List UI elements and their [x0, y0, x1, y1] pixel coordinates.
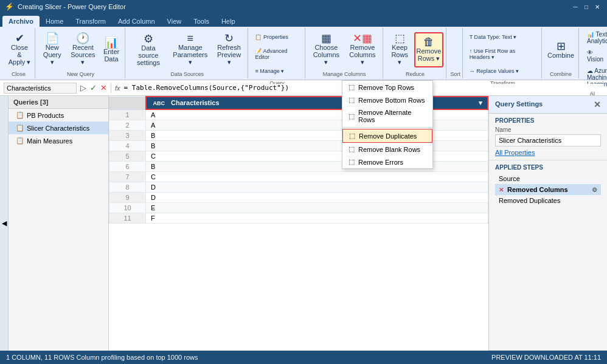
- panel-toggle-icon: ◀: [2, 219, 7, 227]
- tab-tools[interactable]: Tools: [187, 16, 215, 27]
- row-value-2[interactable]: A: [146, 120, 488, 131]
- row-value-6[interactable]: B: [146, 162, 488, 172]
- row-value-3[interactable]: B: [146, 131, 488, 141]
- removed-columns-gear-icon[interactable]: ⚙: [592, 187, 597, 193]
- remove-alternate-rows-item[interactable]: ⬚ Remove Alternate Rows: [342, 106, 432, 126]
- text-analytics-button[interactable]: 📊 Text Analytics: [583, 29, 607, 46]
- tab-archivo[interactable]: Archivo: [2, 16, 40, 27]
- removed-columns-delete-icon[interactable]: ✕: [499, 187, 504, 193]
- manage-button[interactable]: ≡ Manage ▾: [252, 63, 287, 79]
- use-first-row-button[interactable]: ↑ Use First Row as Headers ▾: [467, 46, 539, 62]
- remove-blank-rows-label: Remove Blank Rows: [358, 146, 420, 153]
- data-sources-group-label: Data Sources: [129, 70, 245, 77]
- close-apply-button[interactable]: ✔ Close &Apply ▾: [5, 32, 34, 67]
- vision-button[interactable]: 👁 Vision: [583, 47, 607, 64]
- queries-panel-toggle[interactable]: ◀: [0, 96, 9, 351]
- all-properties-link[interactable]: All Properties: [495, 149, 601, 156]
- main-measures-label: Main Measures: [27, 137, 72, 145]
- slicer-char-icon: 📋: [16, 124, 24, 132]
- remove-columns-icon: ✕▦: [353, 33, 372, 44]
- query-item-pb-products[interactable]: 📋 PB Products: [9, 109, 108, 122]
- query-name-label: Name: [495, 126, 601, 133]
- remove-top-rows-item[interactable]: ⬚ Remove Top Rows: [342, 81, 432, 94]
- remove-blank-rows-icon: ⬚: [349, 145, 355, 153]
- enter-data-button[interactable]: 📊 EnterData: [100, 32, 122, 67]
- remove-top-rows-label: Remove Top Rows: [358, 84, 414, 91]
- refresh-preview-icon: ↻: [224, 33, 234, 44]
- row-value-10[interactable]: E: [146, 203, 488, 213]
- formula-name-box[interactable]: Characteristics: [4, 83, 77, 94]
- remove-bottom-rows-label: Remove Bottom Rows: [358, 97, 425, 104]
- query-item-slicer-characteristics[interactable]: 📋 Slicer Characteristics: [9, 122, 108, 134]
- settings-title: Query Settings: [495, 100, 543, 108]
- remove-blank-rows-item[interactable]: ⬚ Remove Blank Rows: [342, 143, 432, 156]
- step-removed-duplicates[interactable]: Removed Duplicates: [495, 195, 601, 206]
- step-removed-columns[interactable]: ✕ Removed Columns ⚙: [495, 184, 601, 195]
- tab-view[interactable]: View: [161, 16, 188, 27]
- refresh-preview-label: RefreshPreview ▾: [216, 44, 243, 66]
- replace-values-button[interactable]: ↔ Replace Values ▾: [467, 63, 522, 79]
- formula-expand-icon[interactable]: ▷: [80, 83, 86, 92]
- tab-add-column[interactable]: Add Column: [112, 16, 161, 27]
- refresh-preview-button[interactable]: ↻ RefreshPreview ▾: [213, 32, 246, 67]
- row-value-7[interactable]: C: [146, 172, 488, 182]
- formula-ok-icon[interactable]: ✓: [90, 83, 97, 92]
- remove-duplicates-label: Remove Duplicates: [359, 132, 417, 140]
- advanced-editor-button[interactable]: 📝 Advanced Editor: [252, 46, 302, 62]
- maximize-button[interactable]: □: [581, 2, 591, 12]
- recent-sources-label: RecentSources ▾: [70, 44, 96, 66]
- tab-home[interactable]: Home: [40, 16, 69, 27]
- table-row: 7 C: [109, 172, 488, 182]
- remove-bottom-rows-item[interactable]: ⬚ Remove Bottom Rows: [342, 94, 432, 106]
- keep-rows-label: KeepRows ▾: [390, 44, 410, 66]
- row-value-8[interactable]: D: [146, 182, 488, 193]
- combine-group-label: Combine: [546, 70, 576, 77]
- slicer-char-label: Slicer Characteristics: [27, 125, 89, 132]
- manage-params-button[interactable]: ≡ ManageParameters ▾: [169, 32, 212, 67]
- query-buttons: 📋 Properties 📝 Advanced Editor ≡ Manage …: [252, 29, 302, 79]
- combine-button[interactable]: ⊞ Combine: [546, 32, 576, 67]
- close-apply-buttons: ✔ Close &Apply ▾: [5, 29, 32, 70]
- data-type-button[interactable]: T Data Type: Text ▾: [467, 29, 520, 45]
- row-value-5[interactable]: C: [146, 151, 488, 162]
- remove-rows-button[interactable]: 🗑 RemoveRows ▾: [414, 32, 444, 67]
- ribbon-group-sort: Sort: [448, 28, 462, 78]
- query-name-input[interactable]: [495, 134, 601, 146]
- ribbon-group-new-query: 📄 NewQuery ▾ 🕐 RecentSources ▾ 📊 EnterDa…: [36, 28, 125, 78]
- properties-button[interactable]: 📋 Properties: [252, 29, 291, 45]
- characteristics-header[interactable]: ABC Characteristics ▾: [146, 97, 488, 109]
- row-value-11[interactable]: F: [146, 213, 488, 224]
- new-query-button[interactable]: 📄 NewQuery ▾: [39, 32, 66, 67]
- properties-section-title: PROPERTIES: [495, 117, 601, 124]
- choose-columns-button[interactable]: ▦ ChooseColumns ▾: [309, 32, 344, 67]
- queries-panel: Queries [3] 📋 PB Products 📋 Slicer Chara…: [9, 96, 109, 351]
- row-num-11: 11: [109, 213, 146, 224]
- close-button[interactable]: ✕: [592, 2, 602, 12]
- tab-help[interactable]: Help: [215, 16, 241, 27]
- combine-icon: ⊞: [557, 41, 566, 52]
- remove-rows-icon: 🗑: [423, 36, 434, 47]
- row-num-9: 9: [109, 193, 146, 203]
- data-sources-buttons: ⚙ Data sourcesettings ≡ ManageParameters…: [129, 29, 245, 70]
- manage-params-icon: ≡: [187, 33, 194, 44]
- row-num-2: 2: [109, 120, 146, 131]
- ribbon-tabs: Archivo Home Transform Add Column View T…: [0, 13, 607, 27]
- recent-sources-button[interactable]: 🕐 RecentSources ▾: [67, 32, 99, 67]
- keep-rows-button[interactable]: ⬚ KeepRows ▾: [387, 32, 413, 67]
- formula-cancel-icon[interactable]: ✕: [100, 83, 107, 92]
- step-source[interactable]: Source: [495, 173, 601, 184]
- settings-close-button[interactable]: ✕: [594, 100, 601, 109]
- data-source-settings-button[interactable]: ⚙ Data sourcesettings: [129, 32, 168, 67]
- row-value-9[interactable]: D: [146, 193, 488, 203]
- row-value-4[interactable]: B: [146, 141, 488, 151]
- tab-transform[interactable]: Transform: [69, 16, 112, 27]
- remove-columns-button[interactable]: ✕▦ RemoveColumns ▾: [345, 32, 380, 67]
- data-source-settings-label: Data sourcesettings: [132, 44, 165, 66]
- row-num-8: 8: [109, 182, 146, 193]
- remove-errors-item[interactable]: ⬚ Remove Errors: [342, 156, 432, 168]
- remove-duplicates-item[interactable]: ⬚ Remove Duplicates: [342, 129, 432, 143]
- minimize-button[interactable]: ─: [571, 2, 580, 12]
- row-value-1[interactable]: A: [146, 109, 488, 120]
- query-item-main-measures[interactable]: 📋 Main Measures: [9, 134, 108, 147]
- col-sort-icon[interactable]: ▾: [479, 99, 482, 107]
